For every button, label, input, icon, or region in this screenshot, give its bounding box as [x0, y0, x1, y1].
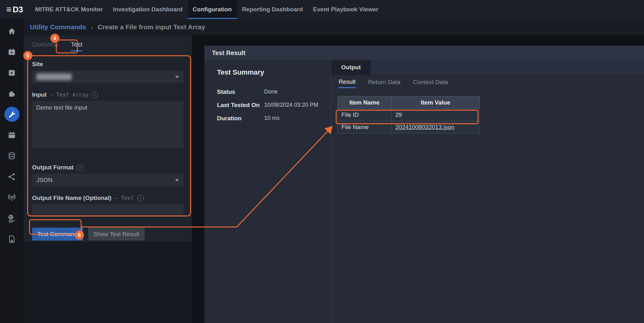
sidebar-item-globe-sites[interactable] [4, 211, 19, 226]
test-summary-title: Test Summary [217, 68, 331, 76]
sidebar-item-integrations[interactable] [4, 86, 19, 101]
breadcrumb: Utility Commands › Create a File from in… [24, 19, 644, 35]
sidebar-item-home[interactable] [4, 24, 19, 39]
test-result-title: Test Result [212, 49, 245, 57]
result-table-header-item-name: Item Name [338, 96, 391, 109]
sidebar-item-share-nodes[interactable] [4, 169, 19, 184]
summary-duration-label: Duration [217, 115, 264, 122]
result-table: Item Name Item Value File ID 29 [337, 96, 480, 133]
output-tabrow: Output [331, 60, 644, 75]
input-textarea[interactable]: Demo text file input [32, 101, 183, 148]
output-file-name-field: Output File Name (Optional) – Text i [32, 195, 183, 217]
subtab-result[interactable]: Result [339, 78, 356, 88]
summary-last-tested-value: 10/08/2024 03:20 PM [264, 102, 331, 109]
breadcrumb-utility-commands-link[interactable]: Utility Commands [30, 23, 86, 31]
site-dropdown[interactable] [32, 71, 183, 83]
content-area: Utility Commands › Create a File from in… [24, 19, 644, 323]
test-result-panel: Test Result Test Summary Status Done Las… [204, 46, 644, 323]
sidebar-item-document-alert[interactable] [4, 231, 19, 246]
subtab-context-data[interactable]: Context Data [413, 79, 448, 88]
sidebar-item-database[interactable] [4, 148, 19, 163]
info-icon[interactable]: i [92, 92, 98, 98]
subtab-return-data[interactable]: Return Data [368, 79, 400, 88]
result-table-header-item-value: Item Value [391, 96, 480, 109]
home-icon [8, 27, 16, 36]
chevron-down-icon [175, 76, 179, 78]
nav-item-mitre-attck-monitor[interactable]: MITRE ATT&CK Monitor [30, 0, 108, 19]
table-row-file-id: File ID 29 [338, 109, 480, 121]
sidebar-item-broadcast[interactable] [4, 190, 19, 205]
tab-overview[interactable]: Overview [32, 41, 58, 51]
summary-status-value: Done [264, 88, 331, 95]
main-region: Overview Test Site [24, 35, 644, 323]
nav-item-investigation-dashboard[interactable]: Investigation Dashboard [108, 0, 188, 19]
output-format-selected-value: JSON [36, 177, 53, 184]
sidebar-item-calendar[interactable] [4, 128, 19, 143]
form-tabs: Overview Test [32, 41, 183, 51]
sidebar-item-playbook-monitor[interactable] [4, 44, 19, 60]
nav-item-event-playbook-viewer[interactable]: Event Playbook Viewer [308, 0, 383, 19]
d3-logo-mark-icon: ≡ [6, 5, 11, 14]
tab-output[interactable]: Output [331, 60, 371, 75]
output-file-name-input[interactable] [32, 204, 183, 217]
nav-item-reporting-dashboard[interactable]: Reporting Dashboard [237, 0, 308, 19]
test-command-button[interactable]: Test Command [32, 228, 83, 241]
file-name-link[interactable]: 20241008032013.json [395, 124, 454, 130]
table-row-file-name: File Name 20241008032013.json [338, 121, 480, 133]
d3-logo[interactable]: ≡ D3 [0, 0, 30, 19]
puzzle-icon [8, 89, 16, 98]
summary-last-tested-label: Last Tested On [217, 102, 264, 109]
broadcast-icon [8, 193, 16, 202]
sidebar-item-utility-commands[interactable] [4, 107, 19, 122]
output-file-name-type-hint: – Text [114, 195, 134, 201]
chevron-down-icon [175, 179, 179, 181]
info-icon[interactable]: i [77, 164, 83, 171]
output-section: Output Result Return Data Context Data I… [331, 60, 644, 323]
nav-item-configuration[interactable]: Configuration [188, 0, 237, 19]
test-summary-section: Test Summary Status Done Last Tested On … [204, 60, 331, 323]
calendar-icon [8, 131, 16, 139]
command-form-panel: Overview Test Site [24, 35, 192, 323]
site-field: Site [32, 61, 183, 83]
document-alert-icon [8, 235, 16, 243]
output-format-label: Output Format [32, 164, 74, 171]
database-icon [8, 152, 16, 160]
output-file-name-label: Output File Name (Optional) [32, 195, 111, 201]
input-type-hint: – Text Array [50, 92, 88, 98]
info-icon[interactable]: i [137, 195, 144, 201]
globe-lines-icon [8, 214, 16, 223]
share-nodes-icon [8, 173, 16, 181]
site-selected-value-redacted [36, 73, 72, 80]
panel-footer [24, 242, 192, 323]
file-name-name-cell: File Name [338, 121, 391, 133]
file-id-name-cell: File ID [338, 109, 391, 121]
input-label: Input [32, 91, 47, 98]
output-format-field: Output Format i JSON [32, 164, 183, 186]
app-screen: ≡ D3 MITRE ATT&CK Monitor Investigation … [0, 0, 644, 323]
d3-logo-text: D3 [13, 5, 23, 14]
tools-wrench-icon [8, 110, 16, 119]
icon-sidebar [0, 19, 24, 323]
summary-status-label: Status [217, 88, 264, 95]
playbook-monitor-icon [8, 48, 16, 56]
sidebar-item-media-file[interactable] [4, 65, 19, 80]
page-title: Create a File from input Text Array [98, 23, 205, 31]
output-subtabs: Result Return Data Context Data [331, 75, 644, 91]
summary-duration-value: 10 ms [264, 115, 331, 122]
site-label: Site [32, 61, 43, 68]
test-result-header: Test Result [204, 46, 644, 60]
media-file-icon [8, 69, 16, 77]
show-test-result-button[interactable]: Show Test Result [88, 228, 145, 241]
breadcrumb-separator: › [91, 23, 93, 31]
tab-test[interactable]: Test [71, 41, 82, 51]
output-format-dropdown[interactable]: JSON [32, 174, 183, 186]
top-navigation: ≡ D3 MITRE ATT&CK Monitor Investigation … [0, 0, 644, 19]
input-field: Input – Text Array i Demo text file inpu… [32, 91, 183, 150]
file-id-value-cell: 29 [391, 109, 480, 121]
